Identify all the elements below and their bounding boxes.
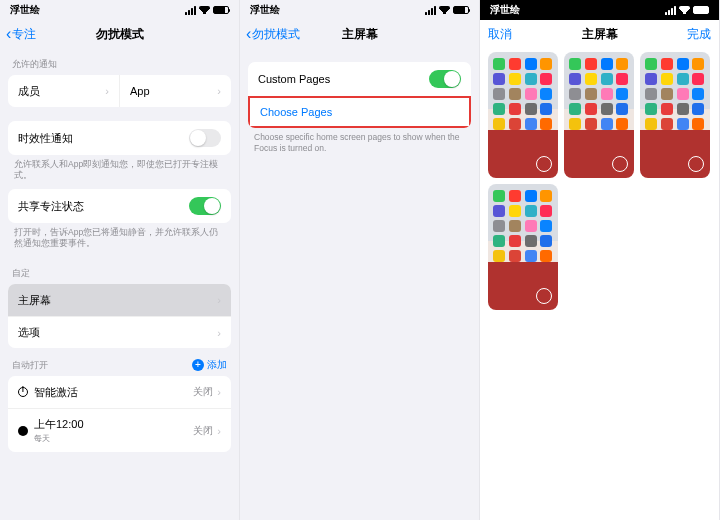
back-button[interactable]: ‹专注 [6, 26, 36, 43]
status-right [185, 6, 229, 15]
section-custom-label: 自定 [0, 257, 239, 284]
page-title: 勿扰模式 [96, 26, 144, 43]
chevron-right-icon: › [105, 85, 109, 97]
chevron-left-icon: ‹ [246, 26, 251, 42]
section-allowed-label: 允许的通知 [0, 48, 239, 75]
cell-schedule[interactable]: 上午12:00每天 关闭› [8, 408, 231, 452]
signal-icon [185, 6, 196, 15]
group-time-sensitive: 时效性通知 [8, 121, 231, 155]
wifi-icon [679, 6, 690, 14]
chevron-right-icon: › [217, 386, 221, 398]
cell-smart-activation[interactable]: 智能激活 关闭› [8, 376, 231, 408]
signal-icon [425, 6, 436, 15]
cell-time-sensitive[interactable]: 时效性通知 [8, 121, 231, 155]
chevron-right-icon: › [217, 294, 221, 306]
page-title: 主屏幕 [342, 26, 378, 43]
toggle-share-status[interactable] [189, 197, 221, 215]
page-thumb-2[interactable] [564, 52, 634, 178]
note-time-sensitive: 允许联系人和App即刻通知您，即使您已打开专注模式。 [0, 155, 239, 189]
chevron-right-icon: › [217, 425, 221, 437]
note-share: 打开时，告诉App您已将通知静音，并允许联系人仍然通知您重要事件。 [0, 223, 239, 257]
clock-icon [18, 426, 28, 436]
nav-bar: 取消 主屏幕 完成 [480, 20, 719, 48]
status-left: 浮世绘 [10, 3, 40, 17]
cell-options[interactable]: 选项 › [8, 316, 231, 348]
cell-custom-pages[interactable]: Custom Pages [248, 62, 471, 96]
wifi-icon [199, 6, 210, 14]
group-auto: 智能激活 关闭› 上午12:00每天 关闭› [8, 376, 231, 452]
pane-dnd-settings: 浮世绘 ‹专注 勿扰模式 允许的通知 成员› App› 时效性通知 允许联系人和… [0, 0, 240, 520]
toggle-time-sensitive[interactable] [189, 129, 221, 147]
power-icon [18, 387, 28, 397]
battery-icon [453, 6, 469, 14]
group-share: 共享专注状态 [8, 189, 231, 223]
status-bar: 浮世绘 [0, 0, 239, 20]
nav-bar: ‹专注 勿扰模式 [0, 20, 239, 48]
status-bar: 浮世绘 [240, 0, 479, 20]
cell-people[interactable]: 成员› [8, 75, 120, 107]
cell-home-screen[interactable]: 主屏幕 › [8, 284, 231, 316]
back-button[interactable]: ‹勿扰模式 [246, 26, 300, 43]
select-circle-icon [612, 156, 628, 172]
add-schedule-button[interactable]: +添加 [192, 358, 227, 372]
chevron-left-icon: ‹ [6, 26, 11, 42]
done-button[interactable]: 完成 [687, 26, 711, 43]
select-circle-icon [688, 156, 704, 172]
group-custom: 主屏幕 › 选项 › [8, 284, 231, 348]
page-thumb-3[interactable] [640, 52, 710, 178]
battery-icon [693, 6, 709, 14]
pane-home-screen-settings: 浮世绘 ‹勿扰模式 主屏幕 Custom Pages Choose Pages … [240, 0, 480, 520]
page-thumb-4[interactable] [488, 184, 558, 310]
wifi-icon [439, 6, 450, 14]
page-thumbnails [480, 48, 719, 314]
nav-bar: ‹勿扰模式 主屏幕 [240, 20, 479, 48]
cell-choose-pages[interactable]: Choose Pages [248, 96, 471, 128]
battery-icon [213, 6, 229, 14]
toggle-custom-pages[interactable] [429, 70, 461, 88]
select-circle-icon [536, 156, 552, 172]
status-left: 浮世绘 [250, 3, 280, 17]
page-thumb-1[interactable] [488, 52, 558, 178]
select-circle-icon [536, 288, 552, 304]
cancel-button[interactable]: 取消 [488, 26, 512, 43]
chevron-right-icon: › [217, 85, 221, 97]
plus-icon: + [192, 359, 204, 371]
group-custom-pages: Custom Pages Choose Pages [248, 62, 471, 128]
group-allowed: 成员› App› [8, 75, 231, 107]
note-choose-pages: Choose specific home screen pages to sho… [240, 128, 479, 162]
cell-apps[interactable]: App› [120, 75, 231, 107]
page-title: 主屏幕 [582, 26, 618, 43]
pane-page-picker: 浮世绘 取消 主屏幕 完成 [480, 0, 720, 520]
cell-share-status[interactable]: 共享专注状态 [8, 189, 231, 223]
chevron-right-icon: › [217, 327, 221, 339]
signal-icon [665, 6, 676, 15]
status-bar: 浮世绘 [480, 0, 719, 20]
status-left: 浮世绘 [490, 3, 520, 17]
section-auto-header: 自动打开 +添加 [0, 348, 239, 376]
